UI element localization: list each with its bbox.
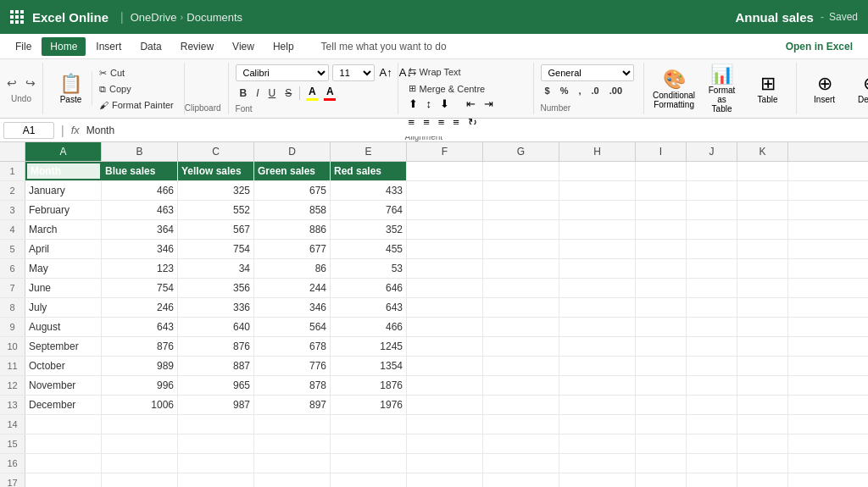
cell-g7[interactable] (483, 279, 559, 297)
cell-a12[interactable]: November (25, 376, 102, 395)
cell-c12[interactable]: 965 (178, 376, 254, 395)
align-middle-button[interactable]: ↕ (423, 96, 436, 112)
cell-d5[interactable]: 677 (254, 240, 331, 258)
cell-g16[interactable] (483, 454, 559, 473)
breadcrumb-documents[interactable]: Documents (186, 11, 242, 24)
cell-k15[interactable] (737, 434, 788, 453)
cell-c4[interactable]: 567 (178, 220, 254, 239)
cell-i8[interactable] (636, 298, 687, 317)
col-header-d[interactable]: D (254, 142, 331, 161)
cell-i12[interactable] (636, 376, 687, 395)
cell-f2[interactable] (407, 181, 483, 200)
cell-k7[interactable] (737, 279, 788, 297)
cell-g14[interactable] (483, 415, 559, 434)
col-header-b[interactable]: B (102, 142, 178, 161)
menu-insert[interactable]: Insert (87, 37, 130, 56)
cell-a6[interactable]: May (25, 259, 102, 278)
cell-f3[interactable] (407, 201, 483, 219)
cell-h4[interactable] (559, 220, 636, 239)
strikethrough-button[interactable]: S (281, 86, 296, 101)
cell-h6[interactable] (559, 259, 636, 278)
cell-b11[interactable]: 989 (102, 357, 178, 375)
cell-i1[interactable] (636, 162, 687, 180)
cell-b10[interactable]: 876 (102, 337, 178, 356)
cell-e2[interactable]: 433 (331, 181, 407, 200)
cell-k10[interactable] (737, 337, 788, 356)
cell-k13[interactable] (737, 396, 788, 414)
cell-g3[interactable] (483, 201, 559, 219)
cell-j11[interactable] (687, 357, 737, 375)
cell-c13[interactable]: 987 (178, 396, 254, 414)
cell-h16[interactable] (559, 454, 636, 473)
cell-g6[interactable] (483, 259, 559, 278)
cell-c16[interactable] (178, 454, 254, 473)
cell-b16[interactable] (102, 454, 178, 473)
cell-g13[interactable] (483, 396, 559, 414)
cell-e5[interactable]: 455 (331, 240, 407, 258)
cell-h1[interactable] (559, 162, 636, 180)
font-color-button[interactable]: A (321, 84, 338, 102)
cell-j14[interactable] (687, 415, 737, 434)
cell-b12[interactable]: 996 (102, 376, 178, 395)
cell-k4[interactable] (737, 220, 788, 239)
cell-f15[interactable] (407, 434, 483, 453)
cell-k9[interactable] (737, 318, 788, 336)
cell-d6[interactable]: 86 (254, 259, 331, 278)
cell-g12[interactable] (483, 376, 559, 395)
cell-a10[interactable]: September (25, 337, 102, 356)
cell-b9[interactable]: 643 (102, 318, 178, 336)
cell-d14[interactable] (254, 415, 331, 434)
cell-e14[interactable] (331, 415, 407, 434)
cell-k2[interactable] (737, 181, 788, 200)
cell-a7[interactable]: June (25, 279, 102, 297)
cell-h10[interactable] (559, 337, 636, 356)
bold-button[interactable]: B (236, 86, 252, 101)
cell-a4[interactable]: March (25, 220, 102, 239)
conditional-formatting-button[interactable]: 🎨 ConditionalFormatting (651, 67, 698, 111)
indent-decrease-button[interactable]: ⇤ (463, 96, 479, 112)
cell-f9[interactable] (407, 318, 483, 336)
increase-decimal-button[interactable]: .0 (587, 84, 604, 97)
cell-k5[interactable] (737, 240, 788, 258)
app-grid-icon[interactable] (10, 10, 24, 24)
breadcrumb-onedrive[interactable]: OneDrive (131, 11, 177, 24)
cell-f12[interactable] (407, 376, 483, 395)
cell-i17[interactable] (636, 473, 687, 487)
cell-k1[interactable] (737, 162, 788, 180)
cell-h17[interactable] (559, 473, 636, 487)
align-bottom-button[interactable]: ⬇ (437, 96, 453, 112)
col-header-f[interactable]: F (407, 142, 483, 161)
cell-h7[interactable] (559, 279, 636, 297)
cell-i15[interactable] (636, 434, 687, 453)
cell-e9[interactable]: 466 (331, 318, 407, 336)
cell-h11[interactable] (559, 357, 636, 375)
cell-a11[interactable]: October (25, 357, 102, 375)
cell-k3[interactable] (737, 201, 788, 219)
cell-c5[interactable]: 754 (178, 240, 254, 258)
cell-a8[interactable]: July (25, 298, 102, 317)
cell-f6[interactable] (407, 259, 483, 278)
cut-button[interactable]: ✂ Cut (96, 66, 177, 80)
table-button[interactable]: ⊞ Table (747, 67, 789, 111)
cell-h13[interactable] (559, 396, 636, 414)
cell-c10[interactable]: 876 (178, 337, 254, 356)
cell-d3[interactable]: 858 (254, 201, 331, 219)
cell-b13[interactable]: 1006 (102, 396, 178, 414)
font-size-select[interactable]: 11 (332, 64, 375, 81)
open-in-excel[interactable]: Open in Excel (777, 37, 861, 56)
cell-j7[interactable] (687, 279, 737, 297)
cell-f1[interactable] (407, 162, 483, 180)
cell-g2[interactable] (483, 181, 559, 200)
underline-button[interactable]: U (264, 86, 281, 101)
cell-d15[interactable] (254, 434, 331, 453)
cell-g9[interactable] (483, 318, 559, 336)
cell-c7[interactable]: 356 (178, 279, 254, 297)
cell-a17[interactable] (25, 473, 102, 487)
italic-button[interactable]: I (252, 86, 263, 101)
cell-c17[interactable] (178, 473, 254, 487)
cell-e17[interactable] (331, 473, 407, 487)
cell-a1[interactable]: Month (25, 162, 102, 180)
number-format-select[interactable]: General (541, 64, 634, 81)
menu-data[interactable]: Data (131, 37, 170, 56)
currency-button[interactable]: $ (541, 84, 554, 97)
